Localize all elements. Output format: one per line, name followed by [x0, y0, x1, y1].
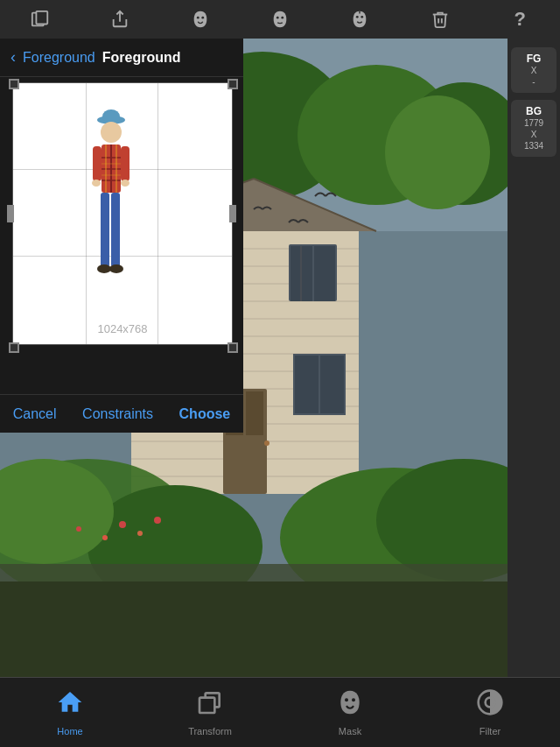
corner-handle-br[interactable]: [228, 342, 238, 353]
fg-info-x: X: [514, 65, 553, 76]
nav-item-transform[interactable]: Transform: [166, 688, 254, 736]
copy-icon[interactable]: [23, 2, 58, 37]
bg-info-label: BG: [514, 105, 553, 117]
svg-point-16: [385, 95, 490, 209]
svg-point-7: [361, 16, 364, 18]
svg-rect-82: [111, 193, 120, 267]
crop-dimensions: 1024x768: [97, 322, 147, 335]
svg-point-59: [137, 531, 143, 536]
main-area: ‹ Foreground Foreground: [0, 39, 508, 704]
svg-point-6: [356, 16, 359, 18]
nav-item-mask[interactable]: Mask: [306, 688, 394, 736]
transform-label: Transform: [188, 726, 232, 736]
mask-label: Mask: [339, 726, 361, 736]
svg-point-46: [264, 440, 270, 446]
mask-icon[interactable]: [183, 2, 218, 37]
svg-rect-1: [36, 11, 47, 25]
svg-point-87: [352, 698, 355, 701]
action-bar: Cancel Constraints Choose: [0, 394, 243, 433]
choose-button[interactable]: Choose: [169, 399, 242, 429]
svg-rect-81: [101, 193, 109, 267]
fg-info-box: FG X -: [511, 47, 556, 93]
fg-info-dash: -: [514, 76, 553, 88]
fg-panel: ‹ Foreground Foreground: [0, 39, 243, 433]
mask-nav-icon: [336, 688, 364, 722]
svg-point-2: [196, 17, 199, 19]
svg-point-60: [154, 517, 161, 524]
svg-point-86: [345, 698, 348, 701]
svg-point-84: [109, 264, 123, 273]
fg-header: ‹ Foreground Foreground: [0, 39, 243, 77]
svg-rect-51: [295, 356, 318, 413]
svg-rect-78: [121, 146, 130, 181]
side-handle-right[interactable]: [229, 205, 236, 222]
corner-handle-tr[interactable]: [228, 79, 238, 89]
svg-point-79: [92, 180, 101, 187]
cancel-button[interactable]: Cancel: [3, 399, 67, 429]
fg-title: Foreground: [102, 50, 181, 66]
svg-point-62: [76, 526, 81, 532]
svg-rect-45: [246, 391, 263, 435]
grid-line-v2: [158, 83, 158, 344]
grid-line-v1: [86, 83, 87, 344]
mask2-icon[interactable]: [262, 2, 298, 37]
top-toolbar: ?: [0, 0, 560, 39]
svg-point-61: [102, 535, 108, 540]
trash-icon[interactable]: [423, 2, 458, 37]
filter-label: Filter: [480, 726, 500, 736]
nav-item-filter[interactable]: Filter: [446, 688, 534, 736]
side-handle-left[interactable]: [7, 205, 14, 222]
corner-handle-tl[interactable]: [9, 79, 19, 89]
svg-point-67: [101, 122, 122, 143]
bg-info-w: 1779: [514, 117, 553, 129]
back-arrow-icon[interactable]: ‹: [10, 48, 16, 67]
svg-point-80: [121, 180, 130, 187]
svg-point-3: [201, 17, 204, 19]
svg-point-5: [281, 17, 284, 19]
person-figure: [88, 101, 136, 311]
corner-handle-bl[interactable]: [9, 342, 19, 353]
svg-point-83: [97, 264, 111, 273]
home-icon: [56, 688, 84, 722]
mask3-icon[interactable]: [342, 2, 377, 37]
share-icon[interactable]: [102, 2, 137, 37]
svg-point-66: [102, 109, 120, 123]
bottom-nav: Home Transform Mask: [0, 677, 560, 747]
fg-info-label: FG: [514, 53, 553, 65]
fg-back-label[interactable]: Foreground: [23, 50, 95, 66]
help-icon[interactable]: ?: [502, 2, 537, 37]
svg-point-58: [119, 521, 126, 528]
crop-area[interactable]: 1024x768: [12, 82, 233, 345]
filter-icon: [476, 688, 504, 722]
nav-item-home[interactable]: Home: [26, 688, 114, 736]
svg-rect-38: [314, 246, 335, 301]
svg-rect-77: [93, 146, 102, 181]
svg-point-4: [276, 17, 279, 19]
bg-info-box: BG 1779 X 1334: [511, 100, 556, 157]
svg-rect-52: [320, 356, 344, 413]
constraints-button[interactable]: Constraints: [72, 399, 164, 429]
right-panel: FG X - BG 1779 X 1334: [508, 39, 560, 704]
transform-icon: [196, 688, 224, 722]
svg-rect-85: [200, 698, 214, 713]
bg-info-h: 1334: [514, 140, 553, 152]
bg-info-x: X: [514, 129, 553, 140]
home-label: Home: [57, 726, 82, 736]
